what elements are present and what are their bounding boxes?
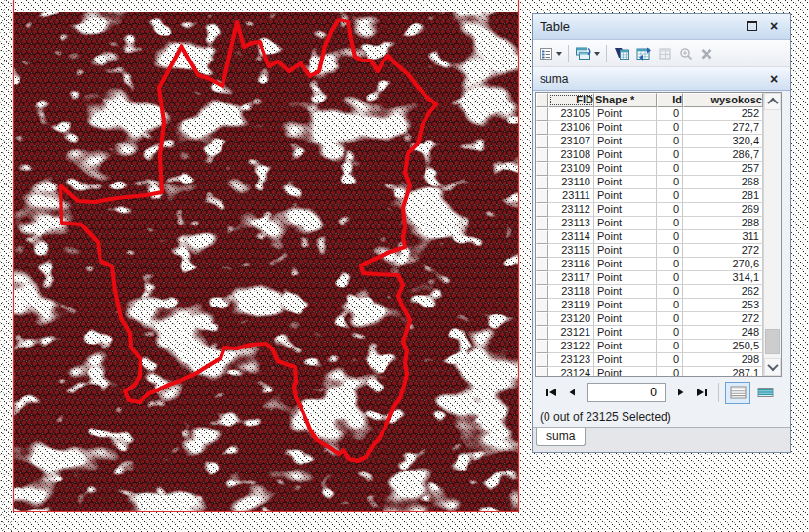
chevron-down-icon bbox=[767, 360, 778, 371]
next-record-icon bbox=[673, 387, 687, 398]
scroll-thumb[interactable] bbox=[765, 329, 780, 354]
table-cell: 0 bbox=[657, 244, 683, 258]
table-cell: 268 bbox=[683, 176, 763, 189]
table-cell: 23105 bbox=[548, 107, 594, 121]
close-icon: × bbox=[770, 20, 778, 32]
table-cell: 0 bbox=[657, 340, 683, 353]
column-header-shape[interactable]: Shape * bbox=[594, 93, 657, 107]
row-selector[interactable] bbox=[536, 244, 548, 258]
row-selector[interactable] bbox=[536, 285, 548, 299]
table-cell: 269 bbox=[683, 203, 763, 217]
table-cell: 23108 bbox=[548, 148, 594, 162]
table-row: 23114Point0311 bbox=[536, 230, 763, 244]
delete-selected-icon bbox=[699, 46, 714, 61]
close-icon: × bbox=[770, 73, 778, 85]
table-cell: 0 bbox=[657, 217, 683, 230]
vertical-scrollbar[interactable] bbox=[763, 93, 781, 376]
previous-record-icon bbox=[566, 387, 580, 398]
row-selector[interactable] bbox=[536, 326, 548, 340]
previous-record-button[interactable] bbox=[562, 383, 584, 402]
table-cell: 23119 bbox=[548, 299, 594, 312]
table-cell: 0 bbox=[657, 162, 683, 176]
row-selector[interactable] bbox=[536, 299, 548, 312]
row-selector[interactable] bbox=[536, 353, 548, 367]
table-row: 23119Point0253 bbox=[536, 299, 763, 312]
table-row: 23122Point0250,5 bbox=[536, 340, 763, 353]
row-selector[interactable] bbox=[536, 148, 548, 162]
zoom-to-selected-icon bbox=[678, 46, 694, 61]
table-cell: Point bbox=[594, 367, 657, 376]
column-header-fid[interactable]: FID bbox=[548, 93, 594, 107]
row-selector[interactable] bbox=[536, 189, 548, 203]
table-row: 23113Point0288 bbox=[536, 217, 763, 230]
first-record-button[interactable] bbox=[541, 383, 562, 402]
highlight-selected-icon bbox=[613, 46, 630, 61]
row-selector[interactable] bbox=[536, 135, 548, 148]
table-cell: 257 bbox=[683, 162, 763, 176]
table-row: 23105Point0252 bbox=[536, 107, 763, 121]
table-cell: 23121 bbox=[548, 326, 594, 340]
table-cell: 23120 bbox=[548, 312, 594, 326]
table-window-titlebar[interactable]: Table × bbox=[533, 14, 790, 40]
tab-suma[interactable]: suma bbox=[536, 428, 586, 446]
table-cell: 0 bbox=[657, 353, 683, 367]
row-selector[interactable] bbox=[536, 367, 548, 376]
table-cell: 23123 bbox=[548, 353, 594, 367]
table-cell: 0 bbox=[657, 203, 683, 217]
select-all-corner[interactable] bbox=[536, 93, 548, 107]
table-cell: 0 bbox=[657, 189, 683, 203]
highlight-selected-button[interactable] bbox=[611, 43, 632, 64]
table-cell: Point bbox=[594, 135, 657, 148]
grid-header-row: FID Shape * Id wysokosc bbox=[536, 93, 763, 107]
table-cell: 0 bbox=[657, 285, 683, 299]
table-body: 23105Point025223106Point0272,723107Point… bbox=[536, 107, 763, 376]
row-selector[interactable] bbox=[536, 162, 548, 176]
table-cell: 0 bbox=[657, 135, 683, 148]
selection-status: (0 out of 23125 Selected) bbox=[540, 410, 671, 424]
scroll-down-button[interactable] bbox=[764, 358, 781, 376]
sheet-title: suma bbox=[540, 72, 761, 86]
row-selector[interactable] bbox=[536, 107, 548, 121]
table-cell: 272 bbox=[683, 244, 763, 258]
close-button[interactable]: × bbox=[764, 19, 784, 35]
last-record-button[interactable] bbox=[691, 383, 712, 402]
row-selector[interactable] bbox=[536, 258, 548, 271]
row-selector[interactable] bbox=[536, 312, 548, 326]
chevron-up-icon bbox=[767, 98, 778, 108]
column-header-id[interactable]: Id bbox=[657, 93, 683, 107]
row-selector[interactable] bbox=[536, 271, 548, 285]
table-cell: 23115 bbox=[548, 244, 594, 258]
maximize-button[interactable] bbox=[742, 19, 761, 35]
row-selector[interactable] bbox=[536, 340, 548, 353]
show-selected-records-toggle[interactable] bbox=[752, 382, 778, 404]
related-tables-button[interactable] bbox=[573, 43, 602, 64]
row-selector[interactable] bbox=[536, 176, 548, 189]
table-cell: Point bbox=[594, 148, 657, 162]
next-record-button[interactable] bbox=[669, 383, 691, 402]
sheet-close-button[interactable]: × bbox=[764, 70, 784, 87]
table-options-button[interactable] bbox=[537, 43, 564, 64]
table-cell: Point bbox=[594, 162, 657, 176]
table-cell: 314,1 bbox=[683, 271, 763, 285]
row-selector[interactable] bbox=[536, 217, 548, 230]
record-navigation bbox=[533, 379, 790, 406]
row-selector[interactable] bbox=[536, 203, 548, 217]
row-selector[interactable] bbox=[536, 230, 548, 244]
table-row: 23112Point0269 bbox=[536, 203, 763, 217]
show-all-records-icon bbox=[730, 386, 747, 399]
first-record-icon bbox=[545, 387, 558, 398]
table-cell: 23111 bbox=[548, 189, 594, 203]
table-cell: 0 bbox=[657, 367, 683, 376]
scroll-track[interactable] bbox=[764, 110, 781, 358]
attribute-grid: FID Shape * Id wysokosc 23105Point025223… bbox=[535, 92, 782, 377]
switch-selection-button[interactable] bbox=[633, 43, 655, 64]
row-selector[interactable] bbox=[536, 121, 548, 135]
table-row: 23123Point0298 bbox=[536, 353, 763, 367]
table-cell: 23122 bbox=[548, 340, 594, 353]
scroll-up-button[interactable] bbox=[764, 93, 781, 110]
table-cell: 23109 bbox=[548, 162, 594, 176]
table-cell: 262 bbox=[683, 285, 763, 299]
show-all-records-toggle[interactable] bbox=[725, 382, 750, 404]
column-header-wysokosc[interactable]: wysokosc bbox=[683, 93, 763, 107]
record-number-input[interactable] bbox=[587, 383, 666, 402]
